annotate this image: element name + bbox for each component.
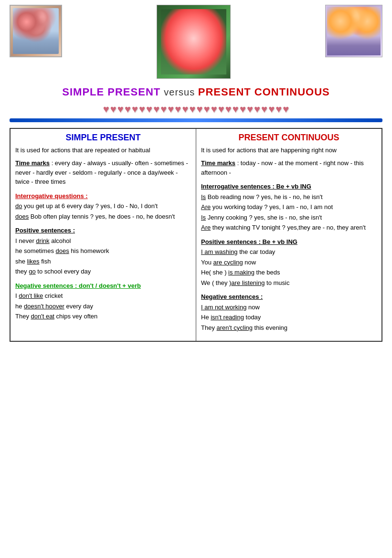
heart-icon: ♥ xyxy=(211,104,217,115)
negative-label-continuous: Negative sentences : xyxy=(201,292,377,302)
flower-image-right xyxy=(325,5,382,57)
simple-present-intro: It is used for actions that are repeated… xyxy=(15,147,191,154)
positive-line-2-continuous: You are cycling now xyxy=(201,258,377,267)
negative-line-1-continuous: I am not working now xyxy=(201,303,377,312)
blue-line-divider xyxy=(10,118,382,122)
interrogative-label-continuous: Interrogative sentences : Be + vb ING xyxy=(201,182,377,191)
negative-line-3-simple: They don't eat chips vey often xyxy=(15,312,191,321)
interrogative-line-2-simple: does Bob often play tennis ? yes, he doe… xyxy=(15,212,191,221)
heart-icon: ♥ xyxy=(168,104,174,115)
heart-icon: ♥ xyxy=(125,104,131,115)
simple-present-interrogative: Interrogative questions : do you get up … xyxy=(15,191,191,221)
negative-line-3-continuous: They aren't cycling this evening xyxy=(201,323,377,333)
heart-icon: ♥ xyxy=(189,104,195,115)
heart-icon: ♥ xyxy=(261,104,267,115)
positive-label-continuous: Positive sentences : Be + vb ING xyxy=(201,237,377,247)
present-continuous-title: PRESENT CONTINUOUS xyxy=(201,133,377,143)
title-simple-present: SIMPLE PRESENT xyxy=(62,86,160,98)
negative-line-1-simple: I don't like cricket xyxy=(15,291,191,301)
simple-present-positive: Positive sentences : I never drink alcoh… xyxy=(15,226,191,276)
positive-line-3-continuous: He( she ) is making the beds xyxy=(201,268,377,277)
interrogative-line-4-continuous: Are they watching TV tonight ? yes,they … xyxy=(201,223,377,232)
heart-icon: ♥ xyxy=(283,104,289,115)
heart-icon: ♥ xyxy=(197,104,203,115)
present-continuous-negative: Negative sentences : I am not working no… xyxy=(201,292,377,332)
positive-line-2-simple: he sometimes does his homework xyxy=(15,246,191,256)
heart-icon: ♥ xyxy=(225,104,232,115)
time-marks-label-simple: Time marks xyxy=(15,159,50,167)
interrogative-label-simple: Interrogative questions : xyxy=(15,191,191,201)
present-continuous-time-marks: Time marks : today - now - at the moment… xyxy=(201,158,377,177)
heart-icon: ♥ xyxy=(268,104,275,115)
simple-present-negative: Negative sentences : don't / doesn't + v… xyxy=(15,281,191,321)
positive-line-4-continuous: We ( they )are listening to music xyxy=(201,278,377,288)
flower-image-center xyxy=(157,5,231,79)
hearts-divider: ♥♥♥♥♥♥♥♥♥♥♥♥♥♥♥♥♥♥♥♥♥♥♥♥♥♥ xyxy=(10,104,382,115)
heart-icon: ♥ xyxy=(117,104,124,115)
negative-label-simple: Negative sentences : don't / doesn't + v… xyxy=(15,281,191,291)
heart-icon: ♥ xyxy=(110,104,117,115)
positive-label-simple: Positive sentences : xyxy=(15,226,191,235)
flower-image-left xyxy=(10,5,62,57)
heart-icon: ♥ xyxy=(233,104,239,115)
present-continuous-column: PRESENT CONTINUOUS It is used for action… xyxy=(196,128,382,341)
positive-line-3-simple: she likes fish xyxy=(15,257,191,266)
content-table: SIMPLE PRESENT It is used for actions th… xyxy=(10,128,382,342)
bottom-area xyxy=(10,342,382,437)
heart-icon: ♥ xyxy=(240,104,246,115)
page: SIMPLE PRESENT versus PRESENT CONTINUOUS… xyxy=(0,0,392,558)
positive-line-4-simple: they go to school every day xyxy=(15,267,191,276)
heart-icon: ♥ xyxy=(139,104,145,115)
simple-present-time-marks: Time marks : every day - always - usuall… xyxy=(15,158,191,187)
heart-icon: ♥ xyxy=(275,104,282,115)
title-present-continuous: PRESENT CONTINUOUS xyxy=(198,86,330,98)
heart-icon: ♥ xyxy=(132,104,138,115)
interrogative-line-3-continuous: Is Jenny cooking ? yes, she is - no, she… xyxy=(201,213,377,222)
interrogative-line-1-simple: do you get up at 6 every day ? yes, I do… xyxy=(15,201,191,211)
heart-icon: ♥ xyxy=(103,104,109,115)
interrogative-line-2-continuous: Are you working today ? yes, I am - no, … xyxy=(201,202,377,212)
interrogative-line-1-continuous: Is Bob reading now ? yes, he is - no, he… xyxy=(201,192,377,202)
main-title: SIMPLE PRESENT versus PRESENT CONTINUOUS xyxy=(10,86,382,98)
simple-present-column: SIMPLE PRESENT It is used for actions th… xyxy=(10,128,196,341)
time-marks-label-continuous: Time marks xyxy=(201,159,235,167)
heart-icon: ♥ xyxy=(153,104,159,115)
title-versus: versus xyxy=(164,87,198,97)
heart-icon: ♥ xyxy=(146,104,152,115)
heart-icon: ♥ xyxy=(160,104,167,115)
negative-line-2-simple: he doesn't hoover every day xyxy=(15,302,191,311)
simple-present-title: SIMPLE PRESENT xyxy=(15,133,191,143)
positive-line-1-continuous: I am washing the car today xyxy=(201,247,377,257)
heart-icon: ♥ xyxy=(204,104,210,115)
heart-icon: ♥ xyxy=(254,104,260,115)
present-continuous-positive: Positive sentences : Be + vb ING I am wa… xyxy=(201,237,377,288)
header-images xyxy=(10,5,382,79)
heart-icon: ♥ xyxy=(175,104,181,115)
heart-icon: ♥ xyxy=(247,104,253,115)
heart-icon: ♥ xyxy=(218,104,224,115)
present-continuous-interrogative: Interrogative sentences : Be + vb ING Is… xyxy=(201,182,377,232)
negative-line-2-continuous: He isn't reading today xyxy=(201,313,377,322)
present-continuous-intro: It is used for actions that are happenin… xyxy=(201,147,377,154)
positive-line-1-simple: I never drink alcohol xyxy=(15,236,191,246)
heart-icon: ♥ xyxy=(182,104,188,115)
